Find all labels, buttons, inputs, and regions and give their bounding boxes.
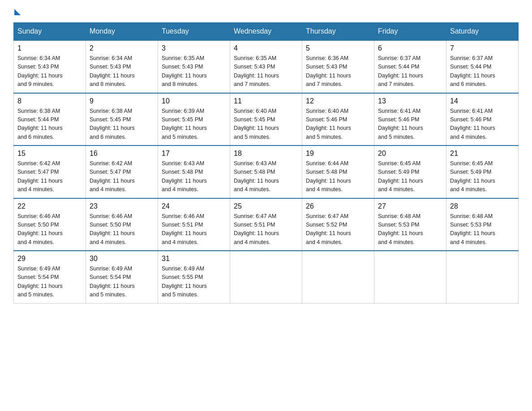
day-number: 7 (450, 44, 515, 52)
calendar-cell: 29 Sunrise: 6:49 AMSunset: 5:54 PMDaylig… (14, 251, 86, 303)
calendar-cell: 27 Sunrise: 6:48 AMSunset: 5:53 PMDaylig… (374, 198, 446, 251)
calendar-cell (302, 251, 374, 303)
day-number: 5 (306, 44, 370, 52)
calendar-cell: 24 Sunrise: 6:46 AMSunset: 5:51 PMDaylig… (158, 198, 230, 251)
day-info: Sunrise: 6:41 AMSunset: 5:46 PMDaylight:… (450, 108, 495, 140)
calendar-cell: 14 Sunrise: 6:41 AMSunset: 5:46 PMDaylig… (446, 93, 519, 146)
weekday-header-thursday: Thursday (302, 23, 374, 41)
day-info: Sunrise: 6:34 AMSunset: 5:43 PMDaylight:… (90, 55, 135, 87)
calendar-cell: 7 Sunrise: 6:37 AMSunset: 5:44 PMDayligh… (446, 40, 519, 93)
page-header (13, 9, 519, 13)
calendar-cell: 9 Sunrise: 6:38 AMSunset: 5:45 PMDayligh… (86, 93, 158, 146)
day-info: Sunrise: 6:41 AMSunset: 5:46 PMDaylight:… (378, 108, 423, 140)
calendar-week-2: 8 Sunrise: 6:38 AMSunset: 5:44 PMDayligh… (14, 93, 519, 146)
calendar-cell (446, 251, 519, 303)
day-info: Sunrise: 6:46 AMSunset: 5:50 PMDaylight:… (90, 213, 135, 245)
day-number: 15 (17, 150, 82, 158)
day-number: 9 (90, 97, 154, 105)
day-info: Sunrise: 6:37 AMSunset: 5:44 PMDaylight:… (378, 55, 423, 87)
day-number: 13 (378, 97, 442, 105)
day-number: 23 (90, 202, 154, 210)
day-info: Sunrise: 6:43 AMSunset: 5:48 PMDaylight:… (162, 160, 207, 193)
day-number: 27 (378, 202, 442, 210)
calendar-cell: 4 Sunrise: 6:35 AMSunset: 5:43 PMDayligh… (230, 40, 302, 93)
day-info: Sunrise: 6:49 AMSunset: 5:55 PMDaylight:… (162, 265, 207, 298)
calendar-cell: 11 Sunrise: 6:40 AMSunset: 5:45 PMDaylig… (230, 93, 302, 146)
logo-text (13, 9, 21, 15)
day-number: 1 (17, 44, 82, 52)
calendar-week-1: 1 Sunrise: 6:34 AMSunset: 5:43 PMDayligh… (14, 40, 519, 93)
day-number: 22 (17, 202, 82, 210)
day-number: 21 (450, 150, 515, 158)
day-info: Sunrise: 6:40 AMSunset: 5:45 PMDaylight:… (234, 108, 279, 140)
day-info: Sunrise: 6:37 AMSunset: 5:44 PMDaylight:… (450, 55, 495, 87)
calendar-cell: 13 Sunrise: 6:41 AMSunset: 5:46 PMDaylig… (374, 93, 446, 146)
logo-arrow-icon (14, 9, 21, 15)
day-number: 29 (17, 255, 82, 263)
day-info: Sunrise: 6:44 AMSunset: 5:48 PMDaylight:… (306, 160, 351, 193)
calendar-week-5: 29 Sunrise: 6:49 AMSunset: 5:54 PMDaylig… (14, 251, 519, 303)
day-info: Sunrise: 6:48 AMSunset: 5:53 PMDaylight:… (450, 213, 495, 245)
day-info: Sunrise: 6:38 AMSunset: 5:45 PMDaylight:… (90, 108, 135, 140)
day-info: Sunrise: 6:36 AMSunset: 5:43 PMDaylight:… (306, 55, 351, 87)
day-number: 28 (450, 202, 515, 210)
calendar-cell: 26 Sunrise: 6:47 AMSunset: 5:52 PMDaylig… (302, 198, 374, 251)
day-info: Sunrise: 6:48 AMSunset: 5:53 PMDaylight:… (378, 213, 423, 245)
calendar-cell: 23 Sunrise: 6:46 AMSunset: 5:50 PMDaylig… (86, 198, 158, 251)
calendar-cell: 5 Sunrise: 6:36 AMSunset: 5:43 PMDayligh… (302, 40, 374, 93)
calendar-week-4: 22 Sunrise: 6:46 AMSunset: 5:50 PMDaylig… (14, 198, 519, 251)
calendar-cell: 2 Sunrise: 6:34 AMSunset: 5:43 PMDayligh… (86, 40, 158, 93)
day-info: Sunrise: 6:45 AMSunset: 5:49 PMDaylight:… (450, 160, 495, 193)
calendar-cell: 18 Sunrise: 6:43 AMSunset: 5:48 PMDaylig… (230, 146, 302, 198)
calendar-cell: 25 Sunrise: 6:47 AMSunset: 5:51 PMDaylig… (230, 198, 302, 251)
calendar-cell: 20 Sunrise: 6:45 AMSunset: 5:49 PMDaylig… (374, 146, 446, 198)
day-info: Sunrise: 6:49 AMSunset: 5:54 PMDaylight:… (90, 265, 135, 298)
weekday-header-row: SundayMondayTuesdayWednesdayThursdayFrid… (14, 23, 519, 41)
calendar-cell: 17 Sunrise: 6:43 AMSunset: 5:48 PMDaylig… (158, 146, 230, 198)
calendar-cell (230, 251, 302, 303)
day-info: Sunrise: 6:46 AMSunset: 5:51 PMDaylight:… (162, 213, 207, 245)
weekday-header-saturday: Saturday (446, 23, 519, 41)
calendar-week-3: 15 Sunrise: 6:42 AMSunset: 5:47 PMDaylig… (14, 146, 519, 198)
day-info: Sunrise: 6:38 AMSunset: 5:44 PMDaylight:… (17, 108, 63, 140)
calendar-cell (374, 251, 446, 303)
day-info: Sunrise: 6:42 AMSunset: 5:47 PMDaylight:… (17, 160, 63, 193)
calendar-cell: 28 Sunrise: 6:48 AMSunset: 5:53 PMDaylig… (446, 198, 519, 251)
calendar-cell: 12 Sunrise: 6:40 AMSunset: 5:46 PMDaylig… (302, 93, 374, 146)
day-number: 11 (234, 97, 298, 105)
day-number: 20 (378, 150, 442, 158)
calendar-body: 1 Sunrise: 6:34 AMSunset: 5:43 PMDayligh… (14, 40, 519, 303)
day-number: 19 (306, 150, 370, 158)
calendar-cell: 31 Sunrise: 6:49 AMSunset: 5:55 PMDaylig… (158, 251, 230, 303)
day-info: Sunrise: 6:47 AMSunset: 5:51 PMDaylight:… (234, 213, 279, 245)
calendar-table: SundayMondayTuesdayWednesdayThursdayFrid… (13, 22, 519, 304)
weekday-header-tuesday: Tuesday (158, 23, 230, 41)
calendar-cell: 1 Sunrise: 6:34 AMSunset: 5:43 PMDayligh… (14, 40, 86, 93)
calendar-cell: 16 Sunrise: 6:42 AMSunset: 5:47 PMDaylig… (86, 146, 158, 198)
day-info: Sunrise: 6:35 AMSunset: 5:43 PMDaylight:… (234, 55, 279, 87)
day-number: 30 (90, 255, 154, 263)
calendar-header: SundayMondayTuesdayWednesdayThursdayFrid… (14, 23, 519, 41)
day-info: Sunrise: 6:39 AMSunset: 5:45 PMDaylight:… (162, 108, 207, 140)
day-number: 16 (90, 150, 154, 158)
day-number: 26 (306, 202, 370, 210)
calendar-cell: 8 Sunrise: 6:38 AMSunset: 5:44 PMDayligh… (14, 93, 86, 146)
day-number: 12 (306, 97, 370, 105)
day-number: 3 (162, 44, 226, 52)
calendar-cell: 30 Sunrise: 6:49 AMSunset: 5:54 PMDaylig… (86, 251, 158, 303)
calendar-cell: 21 Sunrise: 6:45 AMSunset: 5:49 PMDaylig… (446, 146, 519, 198)
day-info: Sunrise: 6:49 AMSunset: 5:54 PMDaylight:… (17, 265, 63, 298)
day-info: Sunrise: 6:34 AMSunset: 5:43 PMDaylight:… (17, 55, 63, 87)
day-number: 18 (234, 150, 298, 158)
day-info: Sunrise: 6:42 AMSunset: 5:47 PMDaylight:… (90, 160, 135, 193)
day-number: 8 (17, 97, 82, 105)
calendar-cell: 6 Sunrise: 6:37 AMSunset: 5:44 PMDayligh… (374, 40, 446, 93)
weekday-header-sunday: Sunday (14, 23, 86, 41)
day-number: 25 (234, 202, 298, 210)
calendar-cell: 22 Sunrise: 6:46 AMSunset: 5:50 PMDaylig… (14, 198, 86, 251)
calendar-cell: 15 Sunrise: 6:42 AMSunset: 5:47 PMDaylig… (14, 146, 86, 198)
day-info: Sunrise: 6:35 AMSunset: 5:43 PMDaylight:… (162, 55, 207, 87)
day-number: 24 (162, 202, 226, 210)
day-number: 10 (162, 97, 226, 105)
day-info: Sunrise: 6:43 AMSunset: 5:48 PMDaylight:… (234, 160, 279, 193)
